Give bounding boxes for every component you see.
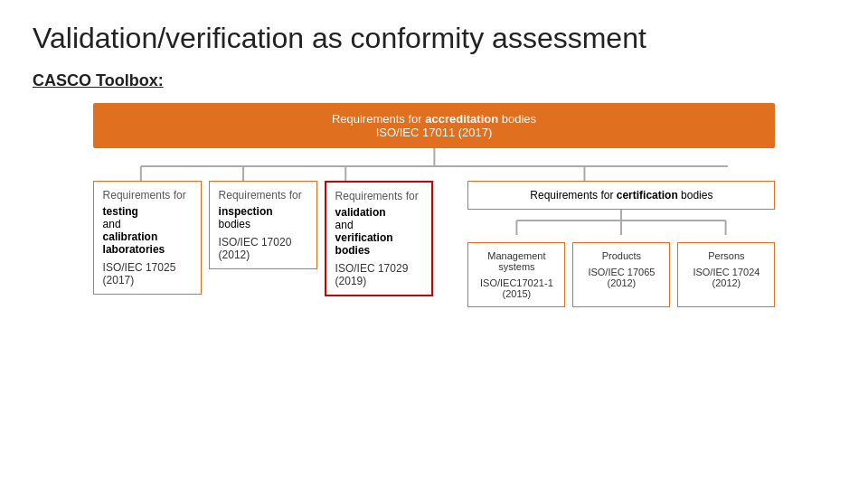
laboratories-bold: laboratories	[103, 243, 165, 256]
validation-iso: ISO/IEC 17029 (2019)	[335, 262, 422, 287]
testing-iso: ISO/IEC 17025 (2017)	[103, 261, 192, 286]
inspection-iso: ISO/IEC 17020 (2012)	[219, 236, 307, 261]
cert-header-prefix: Requirements for	[530, 189, 616, 202]
cert-sub-row: Management systems ISO/IEC17021-1 (2015)…	[467, 242, 775, 307]
page-title: Validation/verification as conformity as…	[33, 22, 835, 55]
validation-req-label: Requirements for	[335, 190, 422, 202]
vv-bodies-bold: bodies	[335, 244, 371, 257]
products-iso: ISO/IEC 17065 (2012)	[580, 267, 662, 288]
mgmt-label: Management systems	[476, 250, 557, 272]
inspection-bodies: bodies	[219, 218, 250, 230]
testing-bold: testing	[103, 205, 138, 218]
casco-label: CASCO Toolbox:	[33, 71, 835, 90]
testing-req-label: Requirements for	[103, 189, 192, 202]
inspection-box: Requirements for inspection bodies ISO/I…	[209, 181, 317, 269]
mgmt-iso: ISO/IEC17021-1 (2015)	[476, 277, 557, 299]
top-box-line1-suffix: bodies	[498, 112, 536, 126]
persons-label: Persons	[685, 250, 767, 261]
inspection-req-label: Requirements for	[219, 189, 307, 202]
testing-type: testing and calibration laboratories	[103, 205, 192, 256]
products-label: Products	[580, 250, 662, 261]
verification-bold: verification	[335, 231, 393, 244]
mgmt-systems-box: Management systems ISO/IEC17021-1 (2015)	[467, 242, 565, 307]
validation-and: and	[335, 219, 354, 231]
diagram: Requirements for accreditation bodies IS…	[33, 103, 835, 307]
cert-connector-svg	[467, 210, 775, 235]
cert-group: Requirements for certification bodies Ma…	[467, 181, 775, 307]
top-box-line1-bold: accreditation	[425, 112, 498, 126]
top-box-line2: ISO/IEC 17011 (2017)	[376, 126, 493, 139]
top-box-line1-prefix: Requirements for	[332, 112, 425, 126]
validation-type: validation and verification bodies	[335, 206, 422, 257]
persons-iso: ISO/IEC 17024 (2012)	[685, 267, 767, 288]
calibration-bold: calibration	[103, 230, 158, 243]
accreditation-box: Requirements for accreditation bodies IS…	[93, 103, 776, 148]
testing-box: Requirements for testing and calibration…	[93, 181, 202, 295]
cert-top-box: Requirements for certification bodies	[467, 181, 775, 210]
validation-bold: validation	[335, 206, 386, 219]
cert-header-suffix: bodies	[678, 189, 713, 202]
connector-svg	[93, 148, 776, 181]
inspection-bold: inspection	[219, 205, 273, 218]
validation-box: Requirements for validation and verifica…	[325, 181, 433, 296]
products-box: Products ISO/IEC 17065 (2012)	[572, 242, 670, 307]
inspection-type: inspection bodies	[219, 205, 307, 230]
cert-header-bold: certification	[617, 189, 678, 202]
testing-and: and	[103, 218, 121, 230]
persons-box: Persons ISO/IEC 17024 (2012)	[677, 242, 775, 307]
main-row: Requirements for testing and calibration…	[93, 181, 776, 307]
